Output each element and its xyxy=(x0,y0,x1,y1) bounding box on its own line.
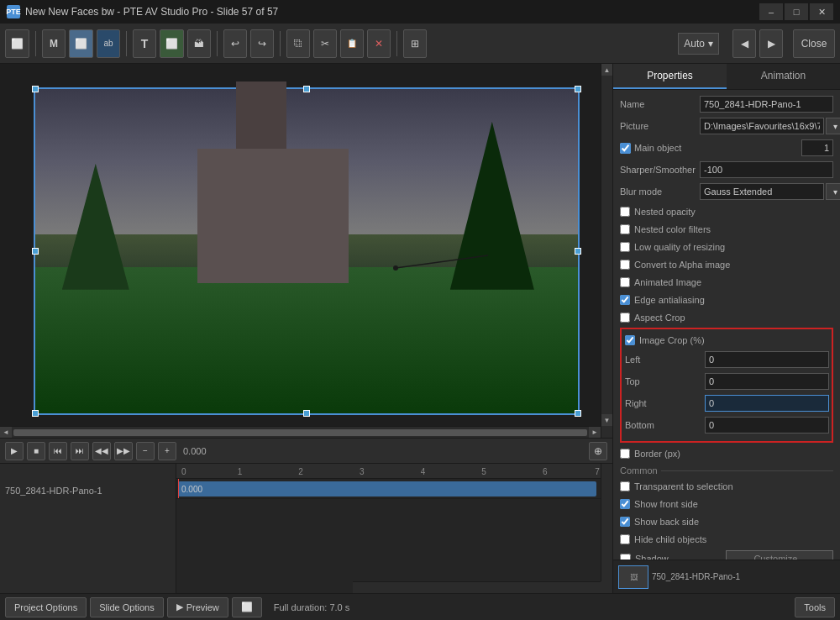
toolbar-frame-btn[interactable]: ⬜ xyxy=(69,29,93,58)
canvas-vscrollbar[interactable]: ▲ ▼ xyxy=(601,64,612,438)
prev-slide-btn[interactable]: ◀ xyxy=(732,29,756,58)
prop-show-back-checkbox[interactable] xyxy=(620,517,630,527)
prop-crop-left-input[interactable] xyxy=(705,351,829,368)
timeline-tracks[interactable]: 0 1 2 3 4 5 6 7 0.000 xyxy=(176,464,612,593)
scroll-down-arrow[interactable]: ▼ xyxy=(601,414,613,426)
handle-tc[interactable] xyxy=(303,86,310,92)
prop-crop-right-input[interactable] xyxy=(705,395,829,412)
canvas-area[interactable]: ▲ ▼ ◄ ► xyxy=(0,64,612,438)
toolbar-grid-btn[interactable]: ⊞ xyxy=(403,29,427,58)
handle-bl[interactable] xyxy=(32,410,39,417)
toolbar-new-btn[interactable]: ⬜ xyxy=(5,29,29,58)
scroll-left-arrow[interactable]: ◄ xyxy=(0,427,12,439)
step-back-btn[interactable]: ◀◀ xyxy=(92,442,111,460)
tools-btn[interactable]: Tools xyxy=(795,597,835,617)
toolbar-copy-btn[interactable]: ⿻ xyxy=(286,29,310,58)
maximize-button[interactable]: □ xyxy=(785,3,808,20)
properties-tabs: Properties Animation xyxy=(613,64,840,90)
toolbar-close-btn[interactable]: Close xyxy=(793,29,835,58)
prop-picture-label: Picture xyxy=(620,121,700,131)
prop-crop-top-input[interactable] xyxy=(705,373,829,390)
handle-mr[interactable] xyxy=(575,248,581,255)
prop-name-input[interactable] xyxy=(700,96,833,113)
preview-extra-btn[interactable]: ⬜ xyxy=(232,597,262,617)
prop-nested-opacity-checkbox[interactable] xyxy=(620,207,630,217)
toolbar-delete-btn[interactable]: ✕ xyxy=(367,29,391,58)
timeline-track-1[interactable]: 0.000 xyxy=(176,479,612,499)
prop-sharper-input[interactable] xyxy=(700,161,833,178)
handle-ml[interactable] xyxy=(32,248,39,255)
prop-animated-image-checkbox[interactable] xyxy=(620,277,630,287)
prop-border-label: Border (px) xyxy=(634,449,680,459)
tab-properties[interactable]: Properties xyxy=(613,64,727,89)
next-slide-btn[interactable]: ▶ xyxy=(759,29,783,58)
handle-bc[interactable] xyxy=(303,410,310,417)
preview-btn[interactable]: ▶ Preview xyxy=(167,597,228,617)
zoom-in-btn[interactable]: + xyxy=(158,442,176,460)
zoom-out-btn[interactable]: − xyxy=(136,442,155,460)
prop-picture-input[interactable] xyxy=(700,118,824,134)
handle-tr[interactable] xyxy=(575,86,581,92)
handle-tl[interactable] xyxy=(32,86,39,92)
goto-end-btn[interactable]: ⏭ xyxy=(71,442,89,460)
duration-text: Full duration: 7.0 s xyxy=(265,602,792,612)
slide-options-btn[interactable]: Slide Options xyxy=(90,597,163,617)
prop-hide-children-checkbox[interactable] xyxy=(620,534,630,544)
handle-br[interactable] xyxy=(575,410,581,417)
toolbar-mode-dropdown[interactable]: Auto ▾ xyxy=(678,33,719,55)
timeline-vscrollbar[interactable] xyxy=(601,464,612,581)
prop-edge-antialias-checkbox[interactable] xyxy=(620,295,630,305)
tab-animation[interactable]: Animation xyxy=(727,64,840,89)
step-fwd-btn[interactable]: ▶▶ xyxy=(114,442,133,460)
prop-cb-convert-alpha-row: Convert to Alpha image xyxy=(620,257,833,272)
prop-transparent-selection-checkbox[interactable] xyxy=(620,481,630,491)
prop-nested-color-checkbox[interactable] xyxy=(620,224,630,234)
prop-cb-nested-color-row: Nested color filters xyxy=(620,222,833,237)
prop-name-row: Name xyxy=(620,95,833,113)
toolbar-ab-btn[interactable]: ab xyxy=(97,29,120,58)
prop-border-checkbox[interactable] xyxy=(620,449,630,459)
prop-image-crop-checkbox[interactable] xyxy=(625,335,635,345)
prop-main-object-value[interactable] xyxy=(801,139,833,156)
minimize-button[interactable]: – xyxy=(759,3,783,20)
prop-shadow-checkbox[interactable] xyxy=(620,554,631,560)
toolbar-text-btn[interactable]: T xyxy=(133,29,156,58)
prop-show-front-checkbox[interactable] xyxy=(620,499,630,509)
scroll-up-arrow[interactable]: ▲ xyxy=(601,64,613,76)
ruler-mark-7: 7 xyxy=(595,467,600,476)
timeline-hscrollbar[interactable] xyxy=(353,581,601,593)
prop-blur-dropdown-btn[interactable]: ▾ xyxy=(826,183,840,200)
prop-convert-alpha-checkbox[interactable] xyxy=(620,260,630,270)
timeline-ruler: 0 1 2 3 4 5 6 7 xyxy=(176,464,612,479)
stop-btn[interactable]: ■ xyxy=(27,442,45,460)
prop-picture-browse-btn[interactable]: ▾ xyxy=(826,118,840,134)
toolbar-m-btn[interactable]: M xyxy=(42,29,66,58)
toolbar-box-btn[interactable]: ⬜ xyxy=(160,29,184,58)
timeline: ▶ ■ ⏮ ⏭ ◀◀ ▶▶ − + 0.000 ⊕ 750_2841-HDR-P… xyxy=(0,438,612,593)
toolbar-undo-btn[interactable]: ↩ xyxy=(223,29,247,58)
prop-crop-bottom-input[interactable] xyxy=(705,417,829,433)
scroll-right-arrow[interactable]: ► xyxy=(589,427,601,439)
scroll-hthumb[interactable] xyxy=(13,429,587,436)
prop-low-quality-checkbox[interactable] xyxy=(620,242,630,252)
play-btn[interactable]: ▶ xyxy=(5,442,24,460)
slide-image[interactable] xyxy=(34,87,580,415)
object-thumbnail-1[interactable]: 🖼 xyxy=(618,565,648,589)
timeline-block-1[interactable]: 0.000 xyxy=(178,481,596,497)
close-button[interactable]: ✕ xyxy=(810,3,833,20)
svg-point-1 xyxy=(393,265,398,271)
prop-blur-input[interactable] xyxy=(700,183,824,200)
goto-start-btn[interactable]: ⏮ xyxy=(49,442,67,460)
prop-main-object-checkbox[interactable] xyxy=(620,143,631,154)
project-options-btn[interactable]: Project Options xyxy=(5,597,87,617)
prop-aspect-crop-checkbox[interactable] xyxy=(620,313,630,323)
timeline-move-btn[interactable]: ⊕ xyxy=(589,442,607,460)
toolbar-img-btn[interactable]: 🏔 xyxy=(187,29,211,58)
church-tower xyxy=(236,81,286,149)
prop-customize-btn[interactable]: Customize... xyxy=(726,550,833,560)
canvas-hscrollbar[interactable]: ◄ ► xyxy=(0,426,601,438)
timeline-content: 750_2841-HDR-Pano-1 0 1 2 3 4 5 6 7 xyxy=(0,464,612,593)
toolbar-paste-btn[interactable]: 📋 xyxy=(340,29,364,58)
toolbar-redo-btn[interactable]: ↪ xyxy=(250,29,274,58)
toolbar-cut-btn[interactable]: ✂ xyxy=(313,29,337,58)
